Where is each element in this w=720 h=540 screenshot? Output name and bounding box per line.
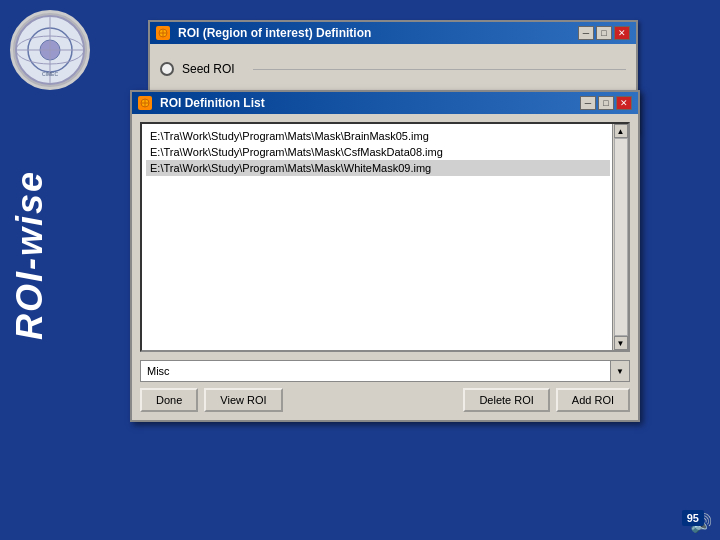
misc-dropdown-row: Misc ▼ (140, 360, 630, 382)
page-number: 95 (682, 510, 704, 526)
roi-list-add-roi-btn[interactable]: Add ROI (556, 388, 630, 412)
roi-definition-list-titlebar: ROI Definition List ─ □ ✕ (132, 92, 638, 114)
roi-definition-list-title: ROI Definition List (160, 96, 265, 110)
roi-list-done-btn[interactable]: Done (140, 388, 198, 412)
logo-area: CIMEC (10, 10, 100, 100)
roi-definition-list-window: ROI Definition List ─ □ ✕ E:\Tra\Work\St… (130, 90, 640, 422)
organization-logo: CIMEC (10, 10, 90, 90)
roi-definition-controls: ─ □ ✕ (578, 26, 630, 40)
roi-list-delete-roi-btn[interactable]: Delete ROI (463, 388, 549, 412)
seed-roi-radio[interactable] (160, 62, 174, 76)
roi-definition-minimize-btn[interactable]: ─ (578, 26, 594, 40)
list-item[interactable]: E:\Tra\Work\Study\Program\Mats\Mask\Brai… (146, 128, 610, 144)
seed-roi-divider (253, 69, 626, 70)
svg-text:CIMEC: CIMEC (42, 71, 59, 77)
roi-wise-label: ROI-wise (10, 170, 50, 340)
misc-dropdown-display[interactable]: Misc (140, 360, 630, 382)
roi-definition-icon (156, 26, 170, 40)
roi-list-btn-row: Done View ROI Delete ROI Add ROI (140, 388, 630, 412)
roi-definition-body: Seed ROI (150, 44, 636, 94)
roi-list-title-left: ROI Definition List (138, 96, 265, 110)
seed-roi-label: Seed ROI (182, 62, 235, 76)
file-list-scrollbar[interactable]: ▲ ▼ (612, 124, 628, 350)
roi-definition-maximize-btn[interactable]: □ (596, 26, 612, 40)
bottom-right-area: 🔊 95 (690, 512, 712, 534)
roi-definition-titlebar: ROI (Region of interest) Definition ─ □ … (150, 22, 636, 44)
roi-list-view-roi-btn[interactable]: View ROI (204, 388, 282, 412)
scroll-down-arrow[interactable]: ▼ (614, 336, 628, 350)
file-list-container: E:\Tra\Work\Study\Program\Mats\Mask\Brai… (140, 122, 630, 352)
roi-list-icon (138, 96, 152, 110)
misc-dropdown-wrapper: Misc ▼ (140, 360, 630, 382)
scroll-up-arrow[interactable]: ▲ (614, 124, 628, 138)
roi-list-minimize-btn[interactable]: ─ (580, 96, 596, 110)
file-list[interactable]: E:\Tra\Work\Study\Program\Mats\Mask\Brai… (142, 124, 628, 350)
roi-definition-close-btn[interactable]: ✕ (614, 26, 630, 40)
roi-list-maximize-btn[interactable]: □ (598, 96, 614, 110)
list-item[interactable]: E:\Tra\Work\Study\Program\Mats\Mask\CsfM… (146, 144, 610, 160)
misc-dropdown-arrow[interactable]: ▼ (610, 360, 630, 382)
scroll-track[interactable] (614, 138, 628, 336)
list-item[interactable]: E:\Tra\Work\Study\Program\Mats\Mask\Whit… (146, 160, 610, 176)
roi-list-controls: ─ □ ✕ (580, 96, 632, 110)
roi-list-close-btn[interactable]: ✕ (616, 96, 632, 110)
roi-definition-title: ROI (Region of interest) Definition (178, 26, 371, 40)
